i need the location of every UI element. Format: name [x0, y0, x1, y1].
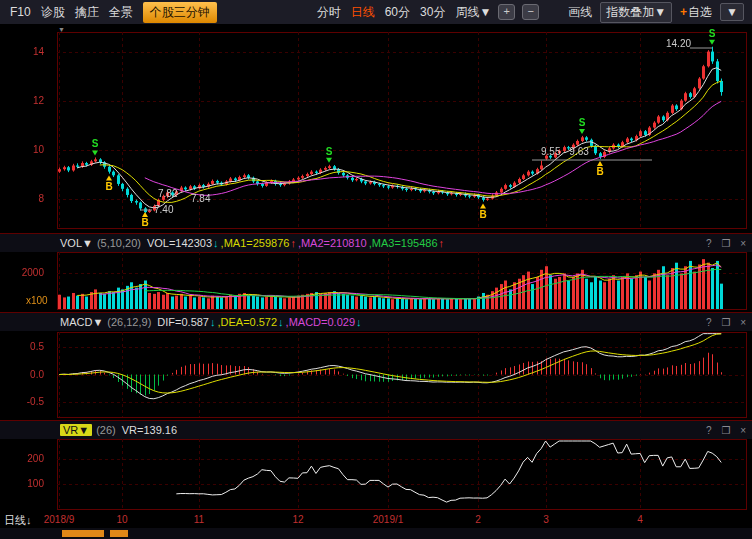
panorama-button[interactable]: 全景	[109, 4, 133, 21]
draw-line-button[interactable]: 画线	[568, 4, 592, 21]
bottom-scrollbar	[0, 528, 752, 539]
volume-chart[interactable]	[0, 251, 752, 312]
price-annotation: 14.20	[666, 38, 691, 49]
zoom-out-button[interactable]: −	[522, 4, 539, 20]
tab-intraday[interactable]: 分时	[317, 4, 341, 21]
y-axis-label: -0.5	[2, 396, 44, 407]
x-axis-label: 2018/9	[36, 514, 82, 525]
period-down-arrow-icon: ↓	[26, 514, 32, 526]
vr-chart[interactable]	[0, 438, 752, 512]
macd-indicator-dropdown[interactable]: MACD▼	[60, 316, 103, 328]
vol-ma3-value: ,MA3=195486	[369, 237, 438, 249]
x-axis-label: 10	[99, 514, 145, 525]
y-axis-label: 0.0	[2, 369, 44, 380]
volume-unit-label: x100	[26, 295, 48, 306]
y-axis-label: 12	[2, 95, 44, 106]
y-axis-label: 2000	[2, 267, 44, 278]
tab-30min[interactable]: 30分	[420, 4, 445, 21]
vr-close-icon[interactable]: ×	[740, 425, 746, 436]
macd-pane-header: MACD▼ (26,12,9) DIF=0.587 ↓ ,DEA=0.572 ↓…	[0, 312, 752, 331]
vr-params: (26)	[96, 424, 116, 436]
qinzhuang-button[interactable]: 擒庄	[75, 4, 99, 21]
y-axis-label: 200	[2, 453, 44, 464]
vr-value: VR=139.16	[122, 424, 177, 436]
macd-dif-down-arrow-icon: ↓	[210, 316, 216, 328]
vr-indicator-dropdown[interactable]: VR▼	[60, 424, 92, 436]
vol-help-icon[interactable]: ?	[706, 238, 712, 249]
vol-ma1-up-arrow-icon: ↑	[290, 237, 296, 249]
vol-pane-controls: ? ❐ ×	[699, 238, 746, 249]
f10-button[interactable]: F10	[10, 5, 31, 19]
x-axis-label: 12	[275, 514, 321, 525]
main-price-chart[interactable]	[0, 26, 752, 233]
stock-chart-app: F10 诊股 擒庄 全景 个股三分钟 分时 日线 60分 30分 周线▼ + −…	[0, 0, 752, 539]
vr-help-icon[interactable]: ?	[706, 425, 712, 436]
y-axis-label: 100	[2, 478, 44, 489]
vol-maximize-icon[interactable]: ❐	[721, 238, 730, 249]
macd-hist-down-arrow-icon: ↓	[356, 316, 362, 328]
period-selector[interactable]: 日线↓	[4, 513, 32, 528]
x-axis-label: 2	[455, 514, 501, 525]
vol-params: (5,10,20)	[97, 237, 141, 249]
macd-close-icon[interactable]: ×	[740, 317, 746, 328]
vol-ma2-value: ,MA2=210810	[298, 237, 367, 249]
price-annotation: 7.82	[158, 188, 177, 199]
vol-indicator-dropdown[interactable]: VOL▼	[60, 237, 93, 249]
tab-daily-active[interactable]: 日线	[351, 4, 375, 21]
time-axis: 日线↓ 2018/91011122019/1234	[0, 512, 752, 528]
macd-params: (26,12,9)	[107, 316, 151, 328]
vr-maximize-icon[interactable]: ❐	[721, 425, 730, 436]
top-toolbar: F10 诊股 擒庄 全景 个股三分钟 分时 日线 60分 30分 周线▼ + −…	[0, 0, 752, 24]
x-axis-label: 4	[617, 514, 663, 525]
vol-close-icon[interactable]: ×	[740, 238, 746, 249]
diagnose-stock-button[interactable]: 诊股	[41, 4, 65, 21]
macd-maximize-icon[interactable]: ❐	[721, 317, 730, 328]
macd-dea-down-arrow-icon: ↓	[278, 316, 284, 328]
zoom-in-button[interactable]: +	[498, 4, 515, 20]
y-axis-label: 14	[2, 46, 44, 57]
stock-3min-button[interactable]: 个股三分钟	[143, 2, 217, 23]
period-label: 日线	[4, 514, 26, 526]
price-annotation: 7.84	[191, 193, 210, 204]
price-annotation: 7.40	[154, 204, 173, 215]
y-axis-label: 0.5	[2, 341, 44, 352]
vr-pane-controls: ? ❐ ×	[699, 425, 746, 436]
x-axis-label: 3	[523, 514, 569, 525]
macd-chart[interactable]	[0, 330, 752, 420]
macd-dif-value: DIF=0.587	[157, 316, 209, 328]
tab-60min[interactable]: 60分	[385, 4, 410, 21]
vol-ma1-value: ,MA1=259876	[221, 237, 290, 249]
macd-hist-value: ,MACD=0.029	[286, 316, 355, 328]
x-axis-label: 11	[176, 514, 222, 525]
tab-weekly-dropdown[interactable]: 周线▼	[455, 4, 491, 21]
vol-down-arrow-icon: ↓	[213, 237, 219, 249]
y-axis-label: 10	[2, 144, 44, 155]
add-watchlist-button[interactable]: 自选	[688, 4, 712, 21]
index-overlay-dropdown[interactable]: 指数叠加▼	[600, 2, 672, 23]
macd-pane-controls: ? ❐ ×	[699, 317, 746, 328]
macd-help-icon[interactable]: ?	[706, 317, 712, 328]
volume-pane-header: VOL▼ (5,10,20) VOL=142303 ↓ ,MA1=259876 …	[0, 233, 752, 252]
vol-ma3-up-arrow-icon: ↑	[439, 237, 445, 249]
watchlist-dropdown-icon[interactable]: ▼	[720, 3, 744, 21]
scrollbar-thumb-2[interactable]	[110, 530, 128, 537]
macd-dea-value: ,DEA=0.572	[217, 316, 277, 328]
vol-value: VOL=142303	[147, 237, 212, 249]
vr-pane-header: VR▼ (26) VR=139.16 ? ❐ ×	[0, 420, 752, 439]
add-watchlist-plus-icon[interactable]: +	[680, 5, 687, 19]
x-axis-label: 2019/1	[365, 514, 411, 525]
price-annotation: 9.55 - 9.63	[541, 146, 589, 157]
scrollbar-thumb[interactable]	[62, 530, 104, 537]
y-axis-label: 8	[2, 193, 44, 204]
